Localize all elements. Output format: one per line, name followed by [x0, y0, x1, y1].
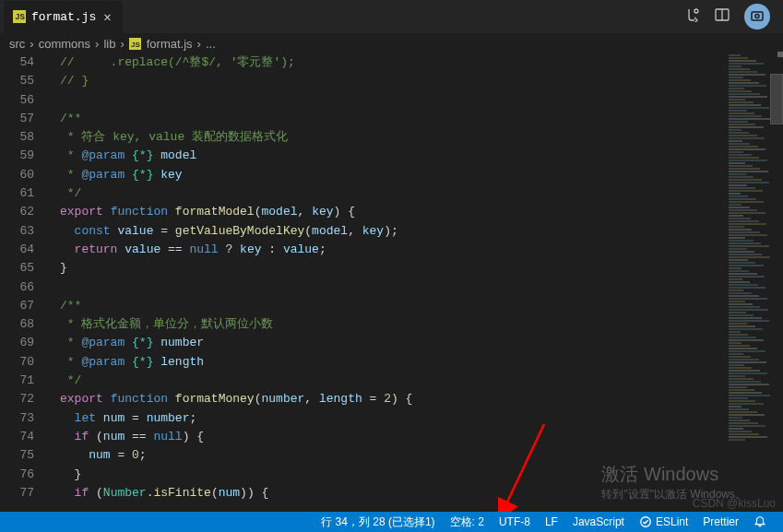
breadcrumb-item[interactable]: format.js	[147, 37, 193, 51]
chevron-right-icon: ›	[30, 37, 33, 51]
overview-ruler-mark	[777, 52, 783, 57]
encoding[interactable]: UTF-8	[492, 515, 538, 528]
js-file-icon: JS	[129, 38, 141, 50]
editor[interactable]: 5455565758596061626364656667686970717273…	[0, 53, 783, 512]
chevron-right-icon: ›	[197, 37, 201, 51]
svg-rect-2	[752, 12, 763, 20]
prettier-status[interactable]: Prettier	[695, 515, 746, 528]
language-mode[interactable]: JavaScript	[565, 515, 632, 528]
tab-format-js[interactable]: JS format.js ✕	[4, 1, 124, 33]
close-icon[interactable]: ✕	[101, 9, 113, 25]
breadcrumb-item[interactable]: commons	[39, 37, 90, 51]
toggle-screencast-icon[interactable]	[744, 4, 770, 30]
scrollbar-thumb[interactable]	[770, 74, 783, 124]
chevron-right-icon: ›	[95, 37, 99, 51]
notifications-icon[interactable]	[746, 515, 774, 528]
status-bar: 行 34，列 28 (已选择1) 空格: 2 UTF-8 LF JavaScri…	[0, 512, 783, 532]
eol[interactable]: LF	[538, 515, 565, 528]
line-numbers: 5455565758596061626364656667686970717273…	[0, 53, 51, 512]
compare-changes-icon[interactable]	[685, 7, 700, 26]
tab-bar: JS format.js ✕	[0, 0, 783, 33]
eslint-status[interactable]: ESLint	[632, 515, 695, 528]
chevron-right-icon: ›	[120, 37, 124, 51]
svg-point-3	[755, 15, 759, 18]
breadcrumb-item[interactable]: lib	[103, 37, 115, 51]
breadcrumb-item[interactable]: src	[9, 37, 25, 51]
tab-label: format.js	[31, 10, 96, 24]
csdn-watermark: CSDN @kissLuo	[693, 497, 776, 510]
indentation[interactable]: 空格: 2	[443, 514, 492, 530]
code-content[interactable]: // .replace(/^整$/, '零元整');// } /** * 符合 …	[51, 53, 723, 512]
split-editor-icon[interactable]	[715, 7, 730, 26]
cursor-position[interactable]: 行 34，列 28 (已选择1)	[314, 514, 442, 530]
js-file-icon: JS	[13, 10, 26, 23]
breadcrumb[interactable]: src› commons› lib› JS format.js› ...	[0, 33, 783, 53]
breadcrumb-item[interactable]: ...	[206, 37, 216, 51]
